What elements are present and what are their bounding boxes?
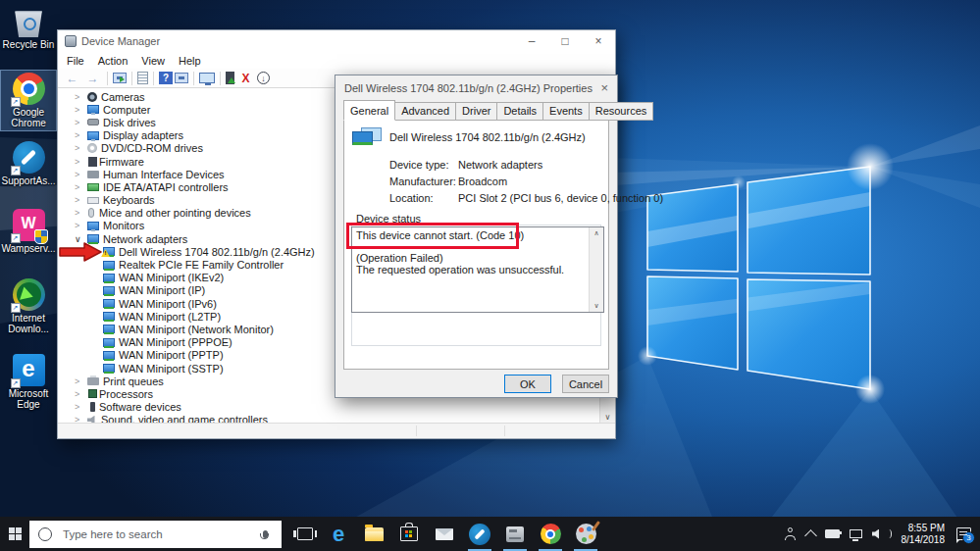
field-label: Manufacturer: — [389, 175, 458, 187]
scroll-down-icon[interactable]: ∨ — [593, 302, 598, 310]
task-view-icon — [297, 527, 313, 540]
scroll-down-icon[interactable]: ∨ — [605, 413, 611, 422]
chevron-collapsed-icon[interactable]: > — [75, 118, 87, 127]
tree-item-label: Keyboards — [103, 194, 155, 206]
tab-details[interactable]: Details — [497, 102, 543, 121]
mail-taskbar-button[interactable] — [427, 517, 462, 551]
edge-taskbar-button[interactable] — [321, 517, 356, 551]
device-field-row: Manufacturer:Broadcom — [389, 173, 602, 189]
dialog-tabs: GeneralAdvancedDriverDetailsEventsResour… — [343, 102, 653, 121]
mail-icon — [436, 528, 453, 540]
start-button[interactable] — [0, 517, 29, 551]
printer-icon — [87, 377, 99, 385]
network-icon — [103, 261, 115, 270]
tab-driver[interactable]: Driver — [456, 102, 497, 121]
maximize-icon[interactable]: □ — [548, 30, 582, 52]
chevron-collapsed-icon[interactable]: > — [75, 182, 87, 192]
device-manager-taskbar-button[interactable] — [497, 517, 533, 551]
search-input[interactable] — [61, 527, 263, 541]
menu-view[interactable]: View — [134, 55, 172, 67]
network-icon — [103, 351, 115, 360]
chrome-taskbar-button[interactable] — [533, 517, 568, 551]
close-icon[interactable]: × — [582, 30, 615, 52]
annotation-red-rectangle — [346, 223, 519, 249]
network-icon[interactable] — [850, 529, 862, 538]
chevron-collapsed-icon[interactable]: > — [75, 221, 87, 230]
menu-action[interactable]: Action — [91, 55, 135, 67]
dialog-close-icon[interactable]: × — [600, 80, 608, 95]
tree-item-label: Firmware — [99, 156, 144, 168]
chevron-collapsed-icon[interactable]: > — [75, 157, 87, 167]
export-list-icon[interactable] — [137, 72, 148, 84]
chevron-collapsed-icon[interactable]: > — [75, 376, 87, 386]
help-icon[interactable]: ? — [159, 72, 173, 84]
chevron-collapsed-icon[interactable]: > — [75, 170, 87, 179]
file-explorer-icon — [365, 527, 384, 541]
desktop-icon-supportassist[interactable]: ↗SupportAs... — [1, 139, 56, 188]
tree-item-label: WAN Miniport (Network Monitor) — [119, 324, 274, 335]
mouse-icon — [88, 208, 94, 218]
chevron-collapsed-icon[interactable]: > — [75, 195, 87, 205]
hid-icon — [87, 171, 99, 178]
shortcut-arrow-icon: ↗ — [11, 378, 21, 388]
file-explorer-taskbar-button[interactable] — [356, 517, 391, 551]
people-icon[interactable] — [784, 527, 797, 540]
desktop-icon-wampserver[interactable]: ↗Wampserv... — [1, 207, 56, 256]
chevron-up-icon[interactable] — [804, 529, 817, 542]
paint-taskbar-button[interactable] — [568, 517, 603, 551]
menu-help[interactable]: Help — [172, 55, 208, 67]
field-value: Broadcom — [458, 175, 507, 187]
chevron-collapsed-icon[interactable]: > — [75, 92, 87, 102]
minimize-icon[interactable]: – — [515, 30, 548, 52]
uninstall-icon[interactable]: X — [236, 71, 255, 86]
tree-item-label: WAN Miniport (IPv6) — [119, 298, 217, 310]
software-icon — [90, 402, 95, 412]
desktop-icon-internet-download-manager[interactable]: ↗Internet Downlo... — [1, 276, 56, 336]
status-scrollbar[interactable]: ∧ ∨ — [589, 227, 603, 312]
disable-icon[interactable]: ↓ — [257, 72, 270, 84]
task-view-button[interactable] — [289, 517, 321, 551]
scan-hardware-icon[interactable] — [199, 73, 215, 83]
desktop-icon-microsoft-edge[interactable]: ↗Microsoft Edge — [1, 352, 56, 412]
update-driver-icon[interactable] — [226, 72, 234, 84]
search-box[interactable] — [29, 521, 282, 548]
tree-item-label: Realtek PCIe FE Family Controller — [119, 259, 284, 271]
desktop-icon-google-chrome[interactable]: ↗Google Chrome — [1, 71, 56, 130]
tree-item[interactable]: >Software devices — [58, 401, 615, 414]
properties-window-icon[interactable] — [175, 73, 188, 83]
console-window-icon[interactable] — [113, 73, 127, 83]
back-icon[interactable]: ← — [63, 71, 81, 86]
tab-events[interactable]: Events — [543, 102, 590, 121]
status-line: (Operation Failed) — [356, 253, 587, 265]
supportassist-taskbar-button[interactable] — [462, 517, 497, 551]
tab-general[interactable]: General — [343, 100, 395, 121]
chevron-collapsed-icon[interactable]: > — [75, 143, 87, 153]
dialog-buttons: OKCancel — [504, 375, 609, 393]
clock[interactable]: 8:55 PM 8/14/2018 — [902, 523, 946, 545]
supportassist-icon: ↗ — [13, 141, 45, 174]
tab-resources[interactable]: Resources — [590, 102, 654, 121]
dialog-titlebar[interactable]: Dell Wireless 1704 802.11b/g/n (2.4GHz) … — [335, 75, 617, 100]
desktop-icon-recycle-bin[interactable]: Recycle Bin — [1, 3, 56, 52]
cancel-button[interactable]: Cancel — [562, 375, 609, 393]
chevron-collapsed-icon[interactable]: > — [75, 389, 87, 399]
menu-file[interactable]: File — [60, 55, 91, 67]
scroll-up-icon[interactable]: ∧ — [593, 229, 598, 237]
action-center-icon[interactable]: 3 — [956, 527, 971, 540]
speaker-icon[interactable] — [872, 529, 882, 539]
chrome-icon — [541, 524, 561, 544]
computer-icon — [87, 105, 99, 114]
device-manager-titlebar[interactable]: Device Manager – □ × — [58, 30, 615, 52]
ok-button[interactable]: OK — [504, 375, 551, 393]
tab-advanced[interactable]: Advanced — [395, 102, 456, 121]
battery-icon[interactable] — [825, 529, 840, 538]
chevron-collapsed-icon[interactable]: > — [75, 208, 87, 218]
store-taskbar-button[interactable] — [391, 517, 427, 551]
microphone-icon[interactable] — [263, 530, 268, 538]
network-adapter-icon — [352, 127, 384, 151]
chevron-collapsed-icon[interactable]: > — [75, 105, 87, 115]
chevron-collapsed-icon[interactable]: > — [75, 130, 87, 140]
network-icon — [103, 274, 115, 282]
forward-icon[interactable]: → — [83, 71, 102, 86]
chevron-collapsed-icon[interactable]: > — [75, 402, 87, 412]
